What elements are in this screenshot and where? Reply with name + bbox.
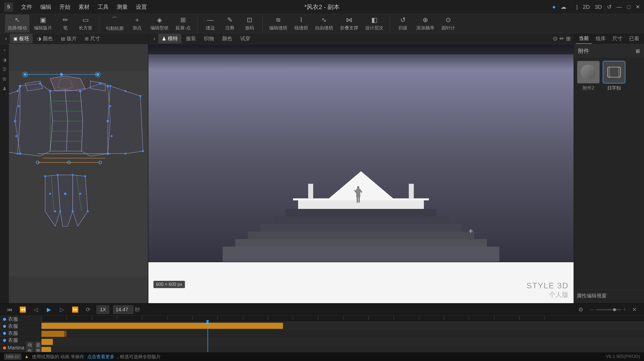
tool-add-point[interactable]: + 加点 [128, 15, 146, 32]
sidebar-tool-5[interactable]: ♟ [1, 84, 9, 93]
mode-3d[interactable]: 3D [595, 4, 602, 10]
camera-settings-icon[interactable]: ⊙ [553, 35, 557, 42]
tab-3d-fitting[interactable]: 试穿 [237, 34, 254, 43]
tl-clip-3[interactable] [42, 339, 53, 345]
tool-expand[interactable]: ⊞ 延展-点 [173, 15, 193, 32]
sidebar-tool-1[interactable]: + [1, 46, 9, 54]
view-edit-icon[interactable]: ✏ [559, 35, 564, 42]
refresh-icon[interactable]: ↺ [607, 4, 612, 10]
tool-edit-seam[interactable]: ≋ 编辑缝纫 [267, 15, 290, 32]
tab-3d-clothing[interactable]: 服装 [182, 34, 199, 43]
tl-track-1[interactable] [42, 322, 644, 330]
pen-label: 笔 [63, 25, 68, 31]
tool-edit-shape[interactable]: ◈ 编辑型状 [148, 15, 171, 32]
tl-speed-btn[interactable]: 1X [97, 305, 109, 314]
view-maximize-icon[interactable]: ⊞ [566, 35, 571, 42]
tab-size[interactable]: ⊞ 尺寸 [81, 34, 104, 43]
tl-next-btn[interactable]: ⏩ [70, 305, 79, 314]
close-icon[interactable]: ✕ [635, 4, 640, 10]
tl-layer-cloth2[interactable]: 衣服 [0, 323, 41, 330]
status-logo[interactable]: tate.cc [4, 353, 21, 360]
cloud-icon[interactable]: ☁ [561, 4, 566, 10]
tl-back-btn[interactable]: ◁ [31, 305, 40, 314]
tool-rectangle[interactable]: ▭ 长方形 [76, 15, 95, 32]
svg-point-34 [124, 90, 126, 92]
3d-scene[interactable]: ✛ [148, 44, 574, 262]
sidebar-tab-library[interactable]: 组库 [593, 34, 609, 43]
sidebar-tab-worn[interactable]: 已着 [626, 34, 642, 43]
tl-layer-cloth3-dot [3, 332, 6, 335]
sidebar-tool-4[interactable]: ⊞ [1, 75, 9, 83]
mode-2d[interactable]: 2D [583, 4, 590, 10]
menu-settings[interactable]: 设置 [136, 3, 147, 11]
tab-3d-fabric[interactable]: 织物 [200, 34, 218, 43]
tab-color[interactable]: ◑ 颜色 [34, 34, 56, 43]
accessory-item-2[interactable]: 日字扣 [603, 61, 625, 91]
tl-fwd-btn[interactable]: ▷ [57, 305, 66, 314]
menu-file[interactable]: 文件 [21, 3, 32, 11]
tool-add-layer[interactable]: ⊕ 添加频率 [414, 15, 437, 32]
tool-bezier[interactable]: ⌒ 勾勒轮廓 [103, 14, 126, 33]
status-bar: tate.cc ▲ 使用试用版的 动画 等操作 点击查看更多 , 框选可选择全部… [0, 352, 644, 361]
view-3d[interactable]: ‹ ♟ 模特 服装 织物 颜色 试穿 ⊙ [148, 33, 574, 262]
menu-start[interactable]: 开始 [59, 3, 70, 11]
menu-assets[interactable]: 素材 [78, 3, 90, 11]
tool-pen[interactable]: ✏ 笔 [57, 15, 74, 32]
tab-3d-color[interactable]: 颜色 [219, 34, 236, 43]
tl-clip-2b[interactable] [42, 331, 67, 337]
tl-time-input[interactable] [113, 305, 133, 314]
tool-edit-panel[interactable]: ▣ 编辑版片 [31, 15, 55, 32]
tool-chart[interactable]: ⊙ 园针计 [439, 15, 458, 32]
sidebar-tab-size[interactable]: 尺寸 [610, 34, 625, 43]
tl-layer-martina[interactable]: Martina 动作 姿势 过渡 [0, 344, 41, 352]
status-link[interactable]: 点击查看更多 [87, 354, 114, 360]
tl-play-btn[interactable]: ▶ [44, 305, 53, 314]
tl-layer-cloth1[interactable]: 衣服 [0, 316, 41, 323]
tool-seam[interactable]: — 缝边 [202, 15, 219, 32]
tl-zoom-minus[interactable]: — [589, 307, 594, 312]
tool-fold[interactable]: ⋈ 折叠支撑 [338, 15, 361, 32]
tl-track-2[interactable] [42, 330, 644, 338]
sidebar-tab-current[interactable]: 当前 [576, 33, 592, 44]
left-panel-tabs: ‹ ▣ 板坯 ◑ 颜色 ▤ 版片 ⊞ 尺寸 [0, 33, 148, 44]
acc2-label: 日字扣 [607, 85, 621, 91]
tl-ruler [42, 316, 644, 322]
tool-select[interactable]: ↖ 选择/移动 [5, 15, 29, 32]
render-edition: 个人版 [527, 290, 569, 299]
chart-icon: ⊙ [446, 16, 451, 24]
tl-loop-btn[interactable]: ⟳ [84, 305, 93, 314]
user-icon[interactable]: ● [552, 4, 555, 10]
view-3d-back[interactable]: ‹ [151, 35, 157, 42]
tl-clip-1[interactable] [42, 323, 283, 329]
sidebar-tool-3[interactable]: ☰ [1, 65, 9, 73]
tl-zoom-plus[interactable]: + [623, 307, 626, 312]
tl-close-btn[interactable]: ✕ [630, 305, 639, 314]
tl-zoom-slider[interactable] [596, 309, 621, 310]
left-panel-back[interactable]: ‹ [3, 35, 9, 42]
tool-free-stitch[interactable]: ∿ 自由缝纫 [312, 15, 336, 32]
tl-track-3[interactable] [42, 338, 644, 346]
pattern-canvas-area[interactable] [0, 44, 148, 303]
tab-3d-model[interactable]: ♟ 模特 [158, 34, 181, 43]
tl-rewind-btn[interactable]: ⏮ [5, 305, 14, 314]
menu-edit[interactable]: 编辑 [40, 3, 51, 11]
menu-tools[interactable]: 工具 [98, 3, 109, 11]
tool-归拔[interactable]: ↺ 归拔 [394, 15, 412, 32]
tab-pattern[interactable]: ▣ 板坯 [10, 34, 33, 43]
sidebar-tool-2[interactable]: ◑ [1, 56, 9, 64]
accessories-grid-icon[interactable]: ⊞ [636, 48, 640, 54]
accessory-item-1[interactable]: 附件2 [577, 61, 600, 91]
tool-note[interactable]: ✎ 注释 [221, 15, 239, 32]
menu-measure[interactable]: 测量 [117, 3, 128, 11]
minimize-icon[interactable]: — [617, 4, 622, 10]
slice-tab-icon: ▤ [61, 36, 65, 41]
tool-stitch[interactable]: ⌇ 线缝纫 [292, 15, 310, 32]
tab-slice[interactable]: ▤ 版片 [57, 34, 80, 43]
tl-prev-btn[interactable]: ⏪ [18, 305, 27, 314]
tl-settings-btn[interactable]: ⚙ [576, 305, 585, 314]
render-brand-name: STYLE 3D [527, 281, 569, 290]
tool-design-layer[interactable]: ◧ 设计层次 [363, 15, 386, 32]
maximize-icon[interactable]: □ [627, 4, 630, 10]
tool-decode[interactable]: ⊡ 放码 [241, 15, 258, 32]
tl-layer-cloth3[interactable]: 衣服 [0, 330, 41, 337]
